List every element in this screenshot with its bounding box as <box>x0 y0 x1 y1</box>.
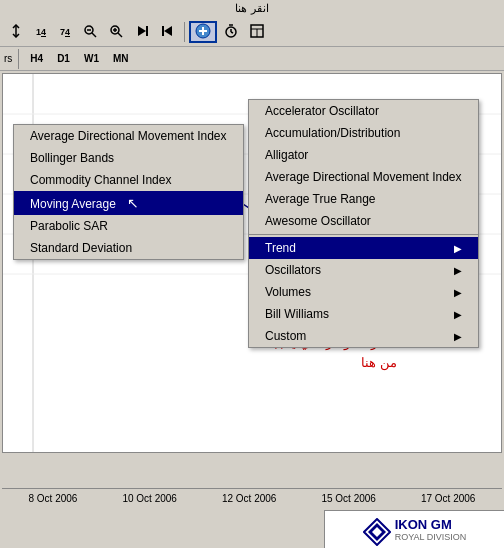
menu-item-trend[interactable]: Trend ▶ <box>249 237 478 259</box>
menu-separator <box>249 234 478 235</box>
toolbar-74-icon: 74 <box>60 27 70 37</box>
toolbar2-rs: rs <box>4 53 12 64</box>
toolbar-btn-zoom-in[interactable] <box>104 21 128 43</box>
toolbar2-d1[interactable]: D1 <box>52 48 75 70</box>
submenu-item-admi[interactable]: Average Directional Movement Index <box>14 125 243 147</box>
arabic-line2: من هنا <box>263 353 397 373</box>
submenu-item-bb[interactable]: Bollinger Bands <box>14 147 243 169</box>
toolbar2-sep <box>18 49 19 69</box>
toolbar-btn-74[interactable]: 74 <box>54 21 76 43</box>
menu-item-volumes[interactable]: Volumes ▶ <box>249 281 478 303</box>
menu-item-bw[interactable]: Bill Williams ▶ <box>249 303 478 325</box>
menu-ao-label: Accelerator Oscillator <box>265 104 379 118</box>
top-bar: انقر هنا <box>0 0 504 17</box>
submenu-left: Average Directional Movement Index Bolli… <box>13 124 244 260</box>
bottom-date-bar: 8 Oct 2006 10 Oct 2006 12 Oct 2006 15 Oc… <box>2 488 502 508</box>
date-4: 15 Oct 2006 <box>321 493 375 504</box>
svg-line-2 <box>92 33 96 37</box>
menu-bw-label: Bill Williams <box>265 307 329 321</box>
logo-name: IKON GM <box>395 517 467 533</box>
logo-sub: ROYAL DIVISION <box>395 532 467 542</box>
submenu-item-cci[interactable]: Commodity Channel Index <box>14 169 243 191</box>
date-2: 10 Oct 2006 <box>122 493 176 504</box>
toolbar-btn-14[interactable]: 14 <box>30 21 52 43</box>
rewind-icon <box>161 24 175 40</box>
submenu-item-sd[interactable]: Standard Deviation <box>14 237 243 259</box>
menu-alligator-label: Alligator <box>265 148 308 162</box>
toolbar-btn-rewind[interactable] <box>156 21 180 43</box>
toolbar2: rs H4 D1 W1 MN <box>0 47 504 71</box>
chart-area: Average Directional Movement Index Bolli… <box>3 74 501 452</box>
updown-icon <box>9 24 23 40</box>
bw-arrow-icon: ▶ <box>454 309 462 320</box>
date-1: 8 Oct 2006 <box>29 493 78 504</box>
date-3: 12 Oct 2006 <box>222 493 276 504</box>
zoom-in-icon <box>109 24 123 40</box>
submenu-admi-label: Average Directional Movement Index <box>30 129 227 143</box>
cursor-icon: ↖ <box>127 195 139 211</box>
toolbar: 14 74 <box>0 17 504 47</box>
submenu-ma-label: Moving Average <box>30 197 116 211</box>
menu-volumes-label: Volumes <box>265 285 311 299</box>
submenu-item-ma[interactable]: Moving Average ↖ <box>14 191 243 215</box>
play-icon <box>135 24 149 40</box>
submenu-item-psar[interactable]: Parabolic SAR <box>14 215 243 237</box>
menu-custom-label: Custom <box>265 329 306 343</box>
volumes-arrow-icon: ▶ <box>454 287 462 298</box>
menu-item-custom[interactable]: Custom ▶ <box>249 325 478 347</box>
toolbar-sep1 <box>184 22 185 42</box>
menu-item-alligator[interactable]: Alligator <box>249 144 478 166</box>
logo-diamond-icon <box>363 518 387 542</box>
svg-line-5 <box>118 33 122 37</box>
menu-admi2-label: Average Directional Movement Index <box>265 170 462 184</box>
menu-item-admi2[interactable]: Average Directional Movement Index <box>249 166 478 188</box>
toolbar-btn-updown[interactable] <box>4 21 28 43</box>
submenu-sd-label: Standard Deviation <box>30 241 132 255</box>
menu-item-oscillators[interactable]: Oscillators ▶ <box>249 259 478 281</box>
menu-ad-label: Accumulation/Distribution <box>265 126 400 140</box>
main-area: Average Directional Movement Index Bolli… <box>2 73 502 453</box>
toolbar-btn-play[interactable] <box>130 21 154 43</box>
logo-text-area: IKON GM ROYAL DIVISION <box>395 517 467 543</box>
submenu-psar-label: Parabolic SAR <box>30 219 108 233</box>
menu-item-ao[interactable]: Accelerator Oscillator <box>249 100 478 122</box>
toolbar-14-icon: 14 <box>36 27 46 37</box>
date-5: 17 Oct 2006 <box>421 493 475 504</box>
toolbar-btn-timer[interactable] <box>219 21 243 43</box>
zoom-out-icon <box>83 24 97 40</box>
toolbar2-mn[interactable]: MN <box>108 48 134 70</box>
dropdown-menu: Accelerator Oscillator Accumulation/Dist… <box>248 99 479 348</box>
menu-item-ad[interactable]: Accumulation/Distribution <box>249 122 478 144</box>
custom-arrow-icon: ▶ <box>454 331 462 342</box>
add-indicator-icon <box>195 23 211 41</box>
menu-item-atr[interactable]: Average True Range <box>249 188 478 210</box>
menu-aso-label: Awesome Oscillator <box>265 214 371 228</box>
trend-arrow-icon: ▶ <box>454 243 462 254</box>
top-bar-text: انقر هنا <box>235 2 268 14</box>
menu-oscillators-label: Oscillators <box>265 263 321 277</box>
menu-item-aso[interactable]: Awesome Oscillator <box>249 210 478 232</box>
layout-icon <box>250 24 264 40</box>
toolbar-btn-add-indicator[interactable] <box>189 21 217 43</box>
svg-marker-8 <box>138 26 146 36</box>
toolbar2-h4[interactable]: H4 <box>25 48 48 70</box>
logo-area: IKON GM ROYAL DIVISION <box>324 510 504 548</box>
toolbar-btn-layout[interactable] <box>245 21 269 43</box>
submenu-cci-label: Commodity Channel Index <box>30 173 171 187</box>
oscillators-arrow-icon: ▶ <box>454 265 462 276</box>
svg-marker-10 <box>164 26 172 36</box>
menu-atr-label: Average True Range <box>265 192 376 206</box>
toolbar-btn-zoom-out[interactable] <box>78 21 102 43</box>
menu-trend-label: Trend <box>265 241 296 255</box>
submenu-bb-label: Bollinger Bands <box>30 151 114 165</box>
timer-icon <box>224 24 238 40</box>
svg-line-17 <box>231 32 233 33</box>
toolbar2-w1[interactable]: W1 <box>79 48 104 70</box>
